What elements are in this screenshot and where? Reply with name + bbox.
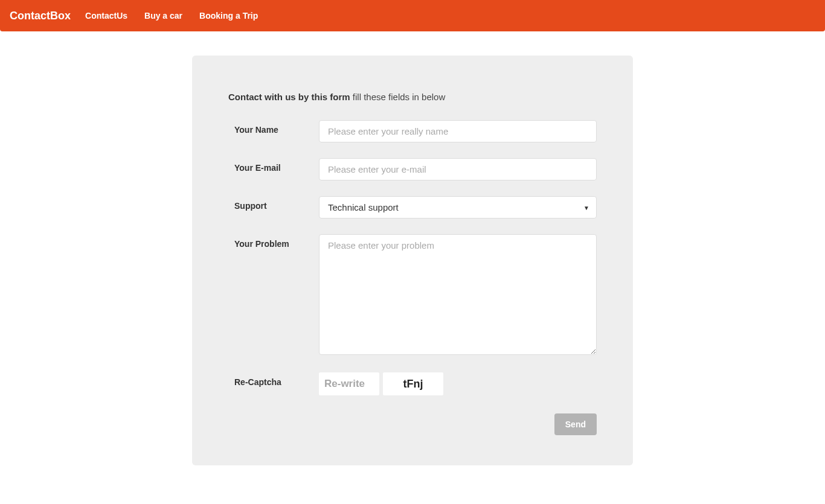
top-navbar: ContactBox ContactUs Buy a car Booking a… bbox=[0, 0, 825, 31]
label-support: Support bbox=[228, 196, 319, 219]
contact-form-panel: Contact with us by this form fill these … bbox=[192, 56, 633, 465]
form-heading: Contact with us by this form fill these … bbox=[228, 92, 597, 102]
name-input[interactable] bbox=[319, 120, 597, 142]
form-heading-bold: Contact with us by this form bbox=[228, 92, 350, 102]
form-heading-light-text: fill these fields in below bbox=[353, 92, 445, 102]
label-your-email: Your E-mail bbox=[228, 158, 319, 180]
support-select[interactable]: Technical support bbox=[319, 196, 597, 219]
problem-textarea[interactable] bbox=[319, 234, 597, 355]
send-button[interactable]: Send bbox=[554, 413, 597, 435]
label-your-problem: Your Problem bbox=[228, 234, 319, 357]
nav-link-booking-a-trip[interactable]: Booking a Trip bbox=[199, 11, 258, 21]
captcha-input[interactable] bbox=[319, 372, 379, 395]
email-input[interactable] bbox=[319, 158, 597, 180]
nav-link-buy-a-car[interactable]: Buy a car bbox=[144, 11, 182, 21]
brand-logo[interactable]: ContactBox bbox=[10, 10, 71, 22]
label-your-name: Your Name bbox=[228, 120, 319, 142]
nav-link-contact-us[interactable]: ContactUs bbox=[85, 11, 127, 21]
captcha-challenge: tFnj bbox=[383, 372, 443, 395]
label-recaptcha: Re-Captcha bbox=[228, 372, 319, 395]
